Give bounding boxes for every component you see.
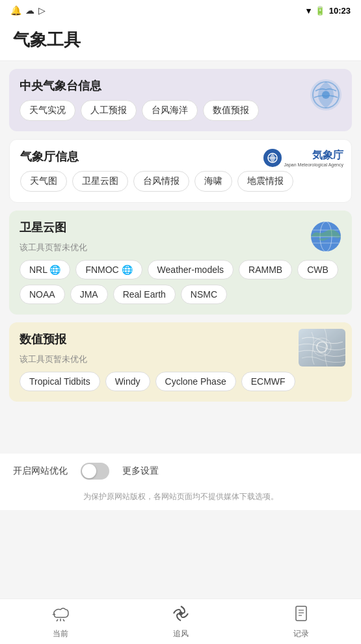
footer-controls: 开启网站优化 更多设置 — [0, 454, 361, 489]
nav-icon-current — [51, 604, 70, 626]
main-content: 中央气象台信息 天气实况 人工预报 台风海洋 数值预报 気象庁 Japan Me… — [0, 61, 361, 454]
tag-shuzhi-yubao[interactable]: 数值预报 — [203, 100, 259, 121]
tag-taifeng-haiyang[interactable]: 台风海洋 — [142, 100, 198, 121]
tag-rammb[interactable]: RAMMB — [239, 260, 292, 279]
jma-tags: 天气图 卫星云图 台风情报 海啸 地震情报 — [20, 171, 341, 192]
section-title-cma: 中央气象台信息 — [20, 78, 341, 94]
tag-tianqitu[interactable]: 天气图 — [20, 171, 67, 192]
app-header: 气象工具 — [0, 21, 361, 61]
svg-rect-10 — [299, 329, 345, 367]
jma-sub: Japan Meteorological Agency — [284, 162, 343, 168]
svg-point-2 — [322, 91, 330, 99]
cma-logo — [309, 78, 343, 114]
tag-haixiao[interactable]: 海啸 — [194, 171, 232, 192]
tag-cyclone-phase[interactable]: Cyclone Phase — [155, 372, 236, 391]
status-right: ▾ 🔋 10:23 — [306, 6, 351, 16]
tag-weather-models[interactable]: Weather-models — [148, 260, 234, 279]
tag-noaa[interactable]: NOAA — [20, 285, 65, 304]
cma-tags: 天气实况 人工预报 台风海洋 数值预报 — [20, 100, 341, 121]
tag-weixing-yuntu[interactable]: 卫星云图 — [72, 171, 128, 192]
status-icon-3: ▷ — [38, 5, 46, 16]
section-jma: 気象庁 Japan Meteorological Agency 气象厅信息 天气… — [9, 139, 352, 203]
tag-rengong-yubao[interactable]: 人工预报 — [81, 100, 137, 121]
tag-windy[interactable]: Windy — [105, 372, 150, 391]
nav-icon-typhoon — [172, 604, 190, 626]
app-title: 气象工具 — [13, 29, 348, 51]
section-title-satellite: 卫星云图 — [20, 220, 341, 235]
tag-dizhen-qingbao[interactable]: 地震情报 — [237, 171, 293, 192]
footer-area: 开启网站优化 更多设置 为保护原网站版权，各网站页面均不提供媒体下载选项。 — [0, 454, 361, 510]
tag-cwb[interactable]: CWB — [297, 260, 338, 279]
battery-icon: 🔋 — [315, 6, 325, 16]
footer-note: 为保护原网站版权，各网站页面均不提供媒体下载选项。 — [0, 491, 361, 510]
nav-label-current: 当前 — [53, 628, 68, 639]
section-title-numerical: 数值预报 — [20, 331, 341, 347]
section-subtitle-satellite: 该工具页暂未优化 — [20, 242, 341, 253]
jma-logo-text: 気象庁 Japan Meteorological Agency — [284, 149, 343, 168]
svg-line-13 — [57, 619, 58, 621]
tag-taifeng-qingbao[interactable]: 台风情报 — [133, 171, 189, 192]
nav-item-typhoon[interactable]: 追风 — [120, 604, 241, 639]
toggle-label: 开启网站优化 — [13, 465, 68, 477]
jma-logo: 気象庁 Japan Meteorological Agency — [263, 149, 343, 168]
tag-nsmc[interactable]: NSMC — [181, 285, 227, 304]
tag-real-earth[interactable]: Real Earth — [113, 285, 176, 304]
more-settings-link[interactable]: 更多设置 — [122, 465, 159, 477]
section-subtitle-numerical: 该工具页暂未优化 — [20, 354, 341, 365]
numerical-image — [299, 329, 345, 367]
status-icon-2: ☁ — [25, 5, 34, 16]
nav-item-current[interactable]: 当前 — [0, 604, 120, 639]
jma-icon — [263, 149, 282, 167]
status-bar: 🔔 ☁ ▷ ▾ 🔋 10:23 — [0, 0, 361, 21]
nav-label-typhoon: 追风 — [173, 628, 189, 639]
section-numerical: 数值预报 该工具页暂未优化 Tropical Tidbits Windy Cyc… — [9, 322, 352, 402]
nav-item-record[interactable]: 记录 — [241, 604, 361, 639]
tag-fnmoc[interactable]: FNMOC 🌐 — [75, 260, 142, 279]
satellite-tags: NRL 🌐 FNMOC 🌐 Weather-models RAMMB CWB N… — [20, 260, 341, 304]
jma-name: 気象庁 — [312, 149, 343, 162]
status-icon-1: 🔔 — [10, 5, 21, 16]
tag-tianqi-shikuang[interactable]: 天气实况 — [20, 100, 75, 121]
nav-label-record: 记录 — [293, 628, 309, 639]
numerical-tags: Tropical Tidbits Windy Cyclone Phase ECM… — [20, 372, 341, 391]
website-optimization-toggle[interactable] — [81, 463, 109, 480]
section-satellite: 卫星云图 该工具页暂未优化 NRL 🌐 FNMOC 🌐 Weather-mode… — [9, 211, 352, 315]
status-left-icons: 🔔 ☁ ▷ — [10, 5, 46, 16]
tag-nrl[interactable]: NRL 🌐 — [20, 260, 70, 279]
section-central-met: 中央气象台信息 天气实况 人工预报 台风海洋 数值预报 — [9, 69, 352, 131]
nav-icon-record — [292, 604, 310, 626]
tag-tropical-tidbits[interactable]: Tropical Tidbits — [20, 372, 100, 391]
globe-icon-container — [309, 220, 343, 256]
svg-rect-17 — [296, 606, 306, 621]
tag-jma[interactable]: JMA — [70, 285, 108, 304]
bottom-navigation: 当前 追风 记录 — [0, 599, 361, 644]
wifi-icon: ▾ — [306, 6, 311, 16]
svg-line-15 — [63, 619, 64, 621]
tag-ecmwf[interactable]: ECMWF — [241, 372, 295, 391]
time-display: 10:23 — [329, 6, 351, 16]
